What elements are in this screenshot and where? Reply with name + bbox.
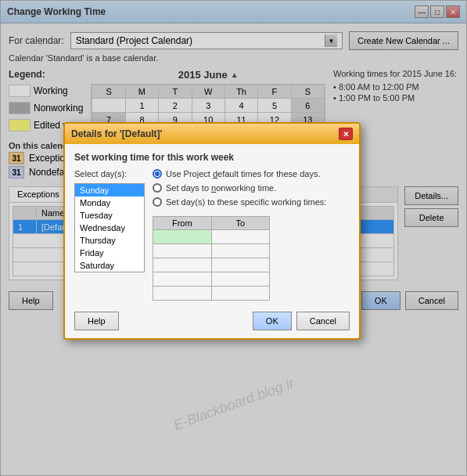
modal-title-bar: Details for '[Default]' ✕ bbox=[65, 124, 359, 144]
modal-bottom: Help OK Cancel bbox=[74, 307, 350, 330]
day-item-friday[interactable]: Friday bbox=[75, 247, 144, 259]
modal-help-button[interactable]: Help bbox=[74, 312, 119, 330]
from-cell-3[interactable] bbox=[153, 258, 212, 272]
modal-dialog: Details for '[Default]' ✕ Set working ti… bbox=[63, 122, 361, 340]
main-window: Change Working Time — □ ✕ For calendar: … bbox=[0, 0, 467, 476]
modal-body: Set working time for this work week Sele… bbox=[65, 144, 359, 338]
day-list-section: Select day(s): Sunday Monday Tuesday Wed… bbox=[74, 169, 145, 301]
radio-section: Use Project default times for these days… bbox=[153, 169, 350, 301]
from-header: From bbox=[153, 217, 212, 230]
radio-set-specific-label: Set day(s) to these specific working tim… bbox=[166, 197, 326, 207]
radio-use-default-label: Use Project default times for these days… bbox=[166, 169, 321, 178]
modal-content: Select day(s): Sunday Monday Tuesday Wed… bbox=[74, 169, 350, 301]
modal-title: Details for '[Default]' bbox=[71, 128, 162, 139]
from-to-row-5 bbox=[153, 287, 270, 301]
to-cell-3[interactable] bbox=[211, 258, 269, 272]
from-cell-1[interactable] bbox=[153, 230, 212, 244]
day-item-wednesday[interactable]: Wednesday bbox=[75, 222, 144, 234]
from-to-row-4 bbox=[153, 272, 270, 287]
radio-dot bbox=[155, 171, 160, 176]
day-item-sunday[interactable]: Sunday bbox=[75, 184, 144, 197]
radio-use-default[interactable]: Use Project default times for these days… bbox=[153, 169, 350, 178]
from-to-header: From To bbox=[153, 217, 270, 230]
from-cell-2[interactable] bbox=[153, 244, 212, 258]
radio-set-nonworking-label: Set days to nonworking time. bbox=[166, 183, 276, 193]
modal-close-button[interactable]: ✕ bbox=[339, 128, 353, 140]
day-item-thursday[interactable]: Thursday bbox=[75, 234, 144, 247]
to-cell-1[interactable] bbox=[211, 230, 269, 244]
modal-overlay: Details for '[Default]' ✕ Set working ti… bbox=[1, 1, 466, 475]
from-to-section: From To bbox=[153, 216, 350, 301]
from-to-table: From To bbox=[153, 216, 270, 301]
from-to-body bbox=[153, 230, 270, 301]
from-cell-5[interactable] bbox=[153, 287, 212, 301]
radio-use-default-input[interactable] bbox=[153, 169, 162, 178]
from-to-row-1 bbox=[153, 230, 270, 244]
radio-set-nonworking[interactable]: Set days to nonworking time. bbox=[153, 183, 350, 193]
modal-subtitle: Set working time for this work week bbox=[74, 152, 350, 163]
from-to-row-2 bbox=[153, 244, 270, 258]
from-cell-4[interactable] bbox=[153, 272, 212, 287]
from-to-row-3 bbox=[153, 258, 270, 272]
radio-set-nonworking-input[interactable] bbox=[153, 183, 162, 193]
day-item-saturday[interactable]: Saturday bbox=[75, 259, 144, 272]
modal-ok-button[interactable]: OK bbox=[253, 312, 292, 330]
to-cell-4[interactable] bbox=[211, 272, 269, 287]
radio-set-specific-input[interactable] bbox=[153, 197, 162, 207]
day-list: Sunday Monday Tuesday Wednesday Thursday… bbox=[74, 183, 145, 272]
modal-right-buttons: OK Cancel bbox=[253, 312, 350, 330]
to-cell-2[interactable] bbox=[211, 244, 269, 258]
to-cell-5[interactable] bbox=[211, 287, 269, 301]
radio-set-specific[interactable]: Set day(s) to these specific working tim… bbox=[153, 197, 350, 207]
modal-cancel-button[interactable]: Cancel bbox=[296, 312, 350, 330]
to-header: To bbox=[211, 217, 269, 230]
day-item-monday[interactable]: Monday bbox=[75, 197, 144, 209]
select-days-label: Select day(s): bbox=[74, 169, 145, 178]
day-item-tuesday[interactable]: Tuesday bbox=[75, 209, 144, 222]
